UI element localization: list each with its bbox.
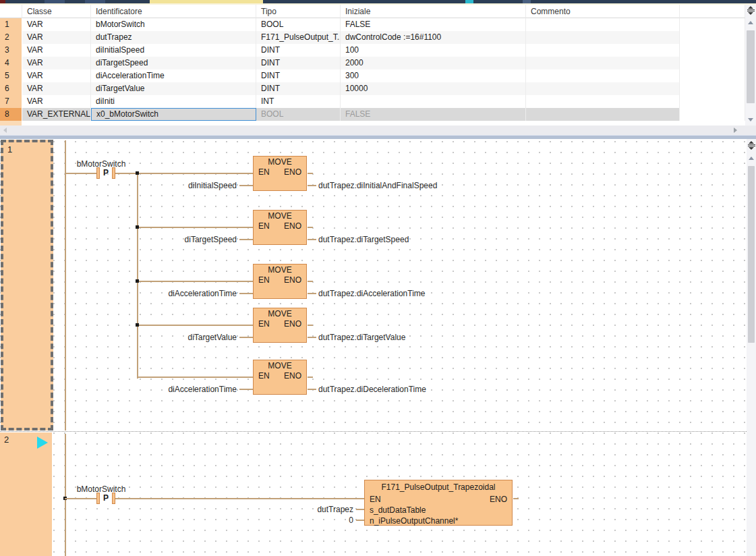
move-input-operand[interactable]: diInitialSpeed: [118, 181, 237, 190]
row-number-cell[interactable]: 5: [0, 70, 22, 82]
channel-operand[interactable]: 0: [247, 515, 353, 526]
table-horizontal-scrollbar[interactable]: [0, 126, 756, 135]
move-input-operand[interactable]: diTargetSpeed: [118, 235, 237, 244]
classe-cell[interactable]: VAR: [22, 44, 91, 57]
en-wire: [138, 325, 253, 326]
move-output-operand[interactable]: dutTrapez.diTargetValue: [318, 333, 405, 342]
row-number-cell[interactable]: 8: [0, 108, 22, 121]
identifier-cell[interactable]: diTargetSpeed: [91, 57, 256, 70]
type-cell[interactable]: INT: [256, 95, 341, 108]
comment-cell[interactable]: [526, 108, 680, 121]
classe-cell[interactable]: VAR_EXTERNAL: [22, 108, 91, 121]
eno-stub-wire: [308, 325, 313, 326]
identifier-cell[interactable]: diIniti: [91, 95, 256, 108]
data-table-operand[interactable]: dutTrapez: [247, 504, 353, 515]
type-cell[interactable]: BOOL: [256, 108, 341, 121]
type-cell[interactable]: DINT: [256, 44, 341, 57]
type-cell[interactable]: DINT: [256, 70, 341, 82]
row-number-cell[interactable]: 4: [0, 57, 22, 70]
comment-cell[interactable]: [526, 31, 680, 44]
initial-value-cell[interactable]: 10000: [341, 82, 526, 95]
pane-splitter-handle[interactable]: [745, 6, 756, 15]
identifier-cell[interactable]: dutTrapez: [91, 31, 256, 44]
comment-cell[interactable]: [526, 82, 680, 95]
row-number-cell[interactable]: 1: [0, 18, 22, 31]
initial-value-cell[interactable]: 300: [341, 70, 526, 82]
classe-cell[interactable]: VAR: [22, 95, 91, 108]
network-2-margin[interactable]: 2: [0, 433, 52, 556]
ladder-vertical-scrollbar[interactable]: [747, 139, 756, 556]
type-cell[interactable]: BOOL: [256, 18, 341, 31]
move-output-operand[interactable]: dutTrapez.diTargetSpeed: [318, 235, 409, 244]
power-rail: [65, 434, 66, 556]
tab-fragment[interactable]: [45, 0, 65, 3]
header-classe[interactable]: Classe: [22, 5, 91, 18]
row-number-cell[interactable]: 6: [0, 82, 22, 95]
row-number-cell[interactable]: 3: [0, 44, 22, 57]
scroll-right-arrow[interactable]: [734, 128, 737, 133]
move-block[interactable]: MOVE EN ENO: [253, 210, 307, 245]
contact-operand[interactable]: bMotorSwitch: [67, 484, 135, 494]
scroll-left-arrow[interactable]: [3, 128, 7, 133]
row-number-cell[interactable]: 7: [0, 95, 22, 108]
initial-value-cell[interactable]: [341, 95, 526, 108]
classe-cell[interactable]: VAR: [22, 18, 91, 31]
move-input-operand[interactable]: diAccelerationTime: [118, 385, 237, 394]
type-cell[interactable]: DINT: [256, 82, 341, 95]
identifier-cell[interactable]: bMotorSwitch: [91, 18, 256, 31]
scroll-down-arrow[interactable]: [748, 118, 753, 121]
move-block[interactable]: MOVE EN ENO: [253, 308, 307, 343]
tab-marker[interactable]: [523, 0, 531, 3]
comment-cell[interactable]: [526, 70, 680, 82]
row-number-cell[interactable]: 2: [0, 31, 22, 44]
comment-cell[interactable]: [526, 95, 680, 108]
header-commento[interactable]: Commento: [526, 5, 680, 18]
initial-value-cell[interactable]: 2000: [341, 57, 526, 70]
identifier-cell[interactable]: diTargetValue: [91, 82, 256, 95]
type-cell[interactable]: F171_PulseOutput_T...: [256, 31, 341, 44]
tab-fragment[interactable]: [85, 0, 105, 3]
eno-stub-wire: [308, 173, 313, 174]
scroll-thumb[interactable]: [748, 166, 755, 343]
move-input-operand[interactable]: diTargetValue: [118, 333, 237, 342]
initial-value-cell[interactable]: dwControlCode :=16#1100: [341, 31, 526, 44]
pane-splitter-handle[interactable]: [747, 141, 756, 150]
next-row-number-stub[interactable]: [0, 121, 22, 126]
move-output-operand[interactable]: dutTrapez.diInitialAndFinalSpeed: [318, 181, 437, 190]
move-output-operand[interactable]: dutTrapez.diAccelerationTime: [318, 289, 426, 298]
header-iniziale[interactable]: Iniziale: [341, 5, 526, 18]
classe-cell[interactable]: VAR: [22, 31, 91, 44]
move-output-operand[interactable]: dutTrapez.diDecelerationTime: [318, 385, 426, 394]
table-vertical-scrollbar[interactable]: [745, 5, 756, 126]
comment-cell[interactable]: [526, 57, 680, 70]
initial-value-cell[interactable]: 100: [341, 44, 526, 57]
header-tipo[interactable]: Tipo: [256, 5, 341, 18]
move-input-operand[interactable]: diAccelerationTime: [118, 289, 237, 298]
en-pin-label: EN: [258, 319, 270, 329]
scroll-up-arrow[interactable]: [748, 21, 753, 24]
identifier-cell[interactable]: diAccelerationTime: [91, 70, 256, 82]
eno-pin-label: ENO: [490, 494, 507, 505]
move-block[interactable]: MOVE EN ENO: [253, 264, 307, 299]
classe-cell[interactable]: VAR: [22, 70, 91, 82]
rising-edge-modifier[interactable]: P: [100, 493, 112, 503]
type-cell[interactable]: DINT: [256, 57, 341, 70]
header-identificatore[interactable]: Identificatore: [91, 5, 256, 18]
move-block[interactable]: MOVE EN ENO: [253, 360, 307, 395]
comment-cell[interactable]: [526, 44, 680, 57]
classe-cell[interactable]: VAR: [22, 57, 91, 70]
f171-function-block[interactable]: F171_PulseOutput_Trapezoidal EN ENO s_du…: [364, 480, 513, 526]
identifier-cell[interactable]: x0_bMotorSwitch: [91, 108, 256, 121]
output-wire: [308, 239, 316, 240]
scroll-thumb[interactable]: [747, 30, 755, 103]
move-block[interactable]: MOVE EN ENO: [253, 156, 307, 191]
classe-cell[interactable]: VAR: [22, 82, 91, 95]
initial-value-cell[interactable]: FALSE: [341, 18, 526, 31]
initial-value-cell[interactable]: FALSE: [341, 108, 526, 121]
active-tab-highlight[interactable]: [150, 0, 263, 3]
comment-cell[interactable]: [526, 18, 680, 31]
move-block-title: MOVE: [254, 308, 306, 319]
tab-marker[interactable]: [465, 0, 473, 3]
identifier-cell[interactable]: diInitialSpeed: [91, 44, 256, 57]
scroll-up-arrow[interactable]: [749, 157, 754, 160]
